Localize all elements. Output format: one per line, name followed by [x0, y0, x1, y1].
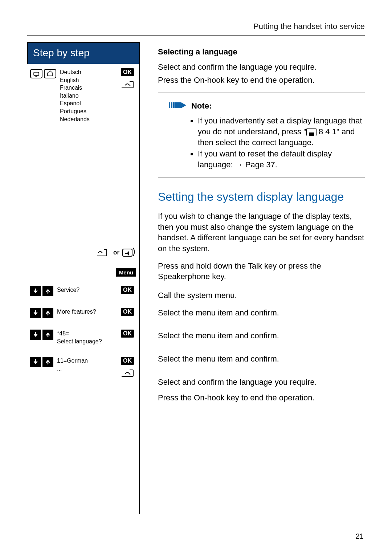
nav-down-key-icon [30, 69, 42, 80]
svg-point-5 [130, 374, 131, 375]
on-hook-key-icon [121, 368, 134, 379]
sidebar-title: Step by step [27, 42, 140, 64]
instruction-text: Select the menu item and confirm. [158, 354, 365, 364]
page-number: 21 [356, 532, 364, 540]
instruction-text: Select and confirm the language you requ… [158, 62, 365, 73]
section-heading: Selecting a language [158, 47, 365, 57]
down-arrow-key-icon [30, 286, 41, 296]
svg-point-3 [130, 85, 131, 86]
sidebar-body: Deutsch English Francais Italiano Espano… [27, 64, 140, 514]
instruction-text: Press the On-hook key to end the operati… [158, 392, 365, 403]
down-arrow-key-icon [30, 330, 41, 340]
lang-option: Portugues [60, 107, 136, 115]
instruction-text: Select the menu item and confirm. [158, 330, 365, 341]
svg-rect-8 [173, 102, 175, 108]
svg-rect-7 [171, 102, 172, 108]
talk-key-icon [97, 247, 110, 258]
on-hook-key-icon [121, 79, 134, 90]
running-head: Putting the handset into service [27, 22, 365, 31]
lang-option: Espanol [60, 99, 136, 107]
menu-badge: Menu [116, 268, 136, 277]
svg-rect-6 [169, 102, 170, 108]
speakerphone-key-icon [122, 247, 136, 258]
top-rule [27, 35, 365, 36]
note-label: Note: [191, 101, 212, 111]
divider [158, 93, 365, 93]
menu-item-label: Select language? [57, 338, 136, 346]
section-heading: Setting the system display language [158, 190, 365, 204]
lang-option: Italiano [60, 92, 136, 100]
note-item: If you want to reset the default display… [198, 148, 365, 170]
ok-badge: OK [121, 286, 134, 294]
svg-rect-1 [34, 72, 39, 76]
instruction-text: If you wish to change the language of th… [158, 211, 365, 254]
divider [158, 177, 365, 178]
down-arrow-key-icon [30, 357, 41, 367]
up-arrow-key-icon [42, 308, 53, 318]
svg-rect-0 [30, 69, 42, 78]
up-arrow-key-icon [42, 286, 53, 296]
instruction-text: Call the system menu. [158, 290, 365, 301]
ok-badge: OK [121, 68, 134, 76]
menu-key-icon [306, 128, 317, 136]
instruction-text: Press the On-hook key to end the operati… [158, 75, 365, 86]
ok-badge: OK [121, 308, 134, 316]
ok-badge: OK [121, 330, 134, 338]
ok-badge: OK [121, 357, 134, 365]
down-arrow-key-icon [30, 308, 41, 318]
note-arrow-icon [169, 100, 188, 112]
nav-up-key-icon [44, 69, 56, 80]
or-label: or [113, 249, 119, 256]
note-list: If you inadvertently set a display langu… [191, 115, 365, 170]
instruction-text: Select the menu item and confirm. [158, 307, 365, 318]
instruction-text: Select and confirm the language you requ… [158, 377, 365, 388]
up-arrow-key-icon [42, 330, 53, 340]
up-arrow-key-icon [42, 357, 53, 367]
instruction-text: Press and hold down the Talk key or pres… [158, 261, 365, 282]
lang-option: Nederlands [60, 115, 136, 123]
note-item: If you inadvertently set a display langu… [198, 115, 365, 148]
